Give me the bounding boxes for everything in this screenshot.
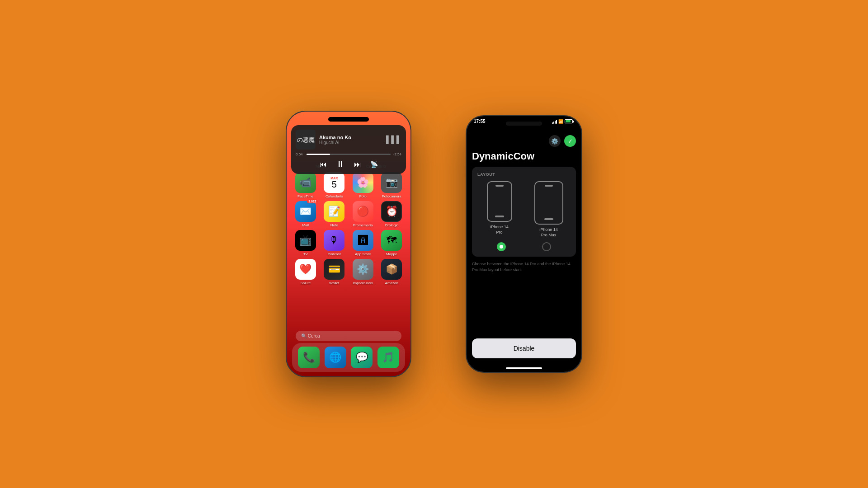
app-appstore[interactable]: 🅰 App Store bbox=[349, 230, 377, 256]
app-impostazioni[interactable]: ⚙️ Impostazioni bbox=[349, 259, 377, 285]
app-calendario[interactable]: MAR 5 Calendario bbox=[321, 172, 348, 198]
airplay-button[interactable]: 📡 bbox=[370, 161, 378, 168]
waveform-icon: ▌▌▌ bbox=[386, 136, 401, 144]
forward-button[interactable]: ⏭ bbox=[354, 160, 361, 169]
battery-icon bbox=[565, 119, 574, 123]
app-promemoria[interactable]: 🔴 Promemoria bbox=[349, 201, 377, 227]
dock: 📞 🌐 💬 🎵 bbox=[292, 343, 405, 372]
app-mail[interactable]: ✉️ 3.022 Mail bbox=[292, 201, 319, 227]
status-time: 17:55 bbox=[474, 119, 486, 124]
phone-silhouette-promax bbox=[534, 181, 563, 225]
app-orologio[interactable]: ⏰ Orologio bbox=[378, 201, 406, 227]
pause-button[interactable]: ⏸ bbox=[336, 159, 345, 169]
check-icon-button[interactable]: ✓ bbox=[564, 135, 576, 147]
dock-phone[interactable]: 📞 bbox=[298, 347, 320, 368]
dock-safari[interactable]: 🌐 bbox=[325, 347, 346, 368]
radio-row bbox=[477, 242, 571, 251]
dock-whatsapp[interactable]: 💬 bbox=[351, 347, 373, 368]
layout-label: LAYOUT bbox=[477, 172, 571, 177]
album-art: の悪魔 bbox=[296, 130, 316, 150]
phone-silhouette-pro bbox=[487, 181, 512, 222]
app-mappe[interactable]: 🗺 Mappe bbox=[378, 230, 406, 256]
statusbar-right: 17:55 📶 bbox=[474, 119, 574, 124]
option-iphone14promax[interactable]: iPhone 14 Pro Max bbox=[527, 181, 571, 238]
now-playing-widget[interactable]: の悪魔 Akuma no Ko Higuchi Ai ▌▌▌ 0:54 -2:5… bbox=[291, 125, 406, 174]
progress-bar[interactable] bbox=[307, 154, 391, 155]
layout-hint: Choose between the iPhone 14 Pro and the… bbox=[472, 261, 576, 272]
radio-promax[interactable] bbox=[542, 242, 551, 251]
top-icon-bar: ⚙️ ✓ bbox=[472, 135, 576, 147]
search-label: 🔍 Cerca bbox=[301, 333, 320, 338]
scene: . . の悪魔 Akuma no Ko Higuchi Ai ▌▌▌ 0:54 bbox=[0, 0, 868, 488]
statusbar-left: . . bbox=[294, 115, 403, 119]
signal-icon bbox=[552, 119, 557, 124]
app-title: DynamicCow bbox=[472, 150, 576, 162]
wifi-icon: 📶 bbox=[558, 119, 563, 124]
phone-options: iPhone 14 Pro iPhone 14 Pro Max bbox=[477, 181, 571, 238]
app-foto[interactable]: 🌸 Foto bbox=[349, 172, 377, 198]
track-artist: Higuchi Ai bbox=[319, 140, 382, 145]
app-salute[interactable]: ❤️ Salute bbox=[292, 259, 319, 285]
disable-button[interactable]: Disable bbox=[472, 338, 576, 358]
app-grid: 📹 FaceTime MAR 5 Calendario 🌸 bbox=[290, 172, 407, 285]
option-iphone14pro[interactable]: iPhone 14 Pro bbox=[477, 181, 521, 238]
app-content: ⚙️ ✓ DynamicCow LAYOUT iPhone 14 bbox=[467, 130, 581, 372]
radio-pro[interactable] bbox=[497, 242, 506, 251]
home-indicator bbox=[506, 367, 542, 369]
app-fotocamera[interactable]: 📷 Fotocamera bbox=[378, 172, 406, 198]
left-phone: . . の悪魔 Akuma no Ko Higuchi Ai ▌▌▌ 0:54 bbox=[286, 111, 411, 377]
dock-spotify[interactable]: 🎵 bbox=[377, 347, 399, 368]
option-name-promax: iPhone 14 Pro Max bbox=[539, 227, 558, 238]
app-podcast[interactable]: 🎙 Podcast bbox=[321, 230, 348, 256]
time-current: 0:54 bbox=[296, 152, 305, 156]
layout-section: LAYOUT iPhone 14 Pro bbox=[472, 167, 576, 257]
app-facetime[interactable]: 📹 FaceTime bbox=[292, 172, 319, 198]
app-tv[interactable]: 📺 TV bbox=[292, 230, 319, 256]
time-total: -2:54 bbox=[392, 152, 401, 156]
right-phone: 17:55 📶 bbox=[466, 115, 582, 373]
app-note[interactable]: 📝 Note bbox=[321, 201, 348, 227]
search-bar[interactable]: 🔍 Cerca bbox=[296, 331, 401, 341]
app-wallet[interactable]: 💳 Wallet bbox=[321, 259, 348, 285]
rewind-button[interactable]: ⏮ bbox=[320, 160, 327, 169]
track-title: Akuma no Ko bbox=[319, 135, 382, 140]
app-amazon[interactable]: 📦 Amazon bbox=[378, 259, 406, 285]
option-name-pro: iPhone 14 Pro bbox=[490, 225, 509, 235]
settings-icon-button[interactable]: ⚙️ bbox=[549, 135, 561, 147]
